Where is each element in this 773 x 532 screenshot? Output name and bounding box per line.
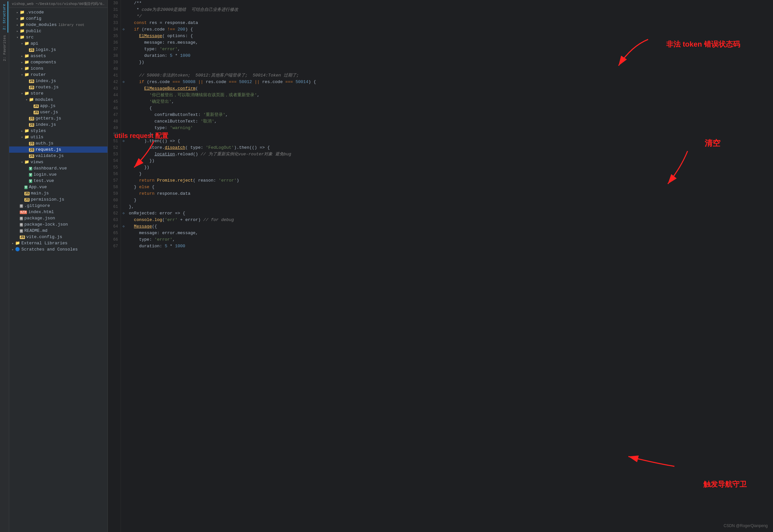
tree-item-store[interactable]: ▾📁store <box>9 90 107 97</box>
tree-item-app_vue[interactable]: VApp.vue <box>9 184 107 190</box>
tree-item-external_libs[interactable]: ▸📁External Libraries <box>9 240 107 246</box>
tree-item-node_modules[interactable]: ▸📁node_moduleslibrary root <box>9 22 107 28</box>
tree-item-icons[interactable]: ▸📁icons <box>9 65 107 72</box>
tab-favorites[interactable]: 2: Favorites <box>1 33 8 64</box>
tree-item-utils[interactable]: ▾📁utils <box>9 134 107 140</box>
tree-item-readme_md[interactable]: ⚙README.md <box>9 228 107 234</box>
sidebar-header: vishop_web ~/Desktop/cc/vishop/00项目代码/00… <box>9 0 107 8</box>
tree-item-app_js[interactable]: JSapp.js <box>9 103 107 109</box>
tree-item-api[interactable]: ▾📁api <box>9 40 107 47</box>
tree-item-routes_js[interactable]: JSroutes.js <box>9 84 107 90</box>
tree-item-index_js[interactable]: JSindex.js <box>9 78 107 84</box>
line-numbers: 3031323334353637383940414243444546474849… <box>108 0 121 532</box>
tree-item-login_js[interactable]: JSlogin.js <box>9 47 107 53</box>
tree-item-getters_js[interactable]: JSgetters.js <box>9 115 107 122</box>
tree-item-index_html[interactable]: </>index.html <box>9 209 107 215</box>
tree-item-package_lock_json[interactable]: ⚙package-lock.json <box>9 221 107 228</box>
tree-item-user_js[interactable]: JSuser.js <box>9 109 107 115</box>
tree-item-public[interactable]: ▸📁public <box>9 28 107 34</box>
tree-item-store_index_js[interactable]: JSindex.js <box>9 122 107 128</box>
tree-item-gitignore[interactable]: ⚙.gitignore <box>9 203 107 209</box>
tree-item-request_js[interactable]: JSrequest.js <box>9 146 107 153</box>
tree-item-modules[interactable]: ▾📁modules <box>9 97 107 103</box>
tree-item-config[interactable]: ▸📁config <box>9 15 107 22</box>
credit-text: CSDN @RogerQianpeng <box>724 523 768 528</box>
file-tree: ▸📁.vscode▸📁config▸📁node_moduleslibrary r… <box>9 8 107 532</box>
tree-item-permission_js[interactable]: JSpermission.js <box>9 196 107 203</box>
tree-item-validate_js[interactable]: JSvalidate.js <box>9 153 107 159</box>
tree-item-test_vue[interactable]: Vtest.vue <box>9 178 107 184</box>
tree-item-router[interactable]: ▾📁router <box>9 72 107 78</box>
tree-item-scratches[interactable]: ▸🔵Scratches and Consoles <box>9 246 107 253</box>
tab-structure[interactable]: 2: Structure <box>1 1 8 33</box>
tree-item-dashboard_vue[interactable]: Vdashboard.vue <box>9 165 107 171</box>
tree-item-views[interactable]: ▾📁views <box>9 159 107 165</box>
tree-item-auth_js[interactable]: JSauth.js <box>9 140 107 146</box>
tree-item-vite_config_js[interactable]: JSvite.config.js <box>9 234 107 240</box>
tree-item-assets[interactable]: ▸📁assets <box>9 53 107 59</box>
tree-item-package_json[interactable]: ⚙package.json <box>9 215 107 221</box>
tree-item-vscode[interactable]: ▸📁.vscode <box>9 9 107 15</box>
file-tree-sidebar: vishop_web ~/Desktop/cc/vishop/00项目代码/00… <box>9 0 108 532</box>
code-editor[interactable]: 3031323334353637383940414243444546474849… <box>108 0 773 532</box>
tree-item-login_vue[interactable]: Vlogin.vue <box>9 171 107 178</box>
tree-item-main_js[interactable]: JSmain.js <box>9 190 107 196</box>
left-tabs: 2: Structure 2: Favorites <box>0 0 9 532</box>
code-lines: /** * code为非20000是抛错 可结合自己业务进行修改 */ cons… <box>126 0 773 532</box>
tree-item-styles[interactable]: ▸📁styles <box>9 128 107 134</box>
gutter: ◇◇◇◇◇ <box>121 0 126 532</box>
tree-item-components[interactable]: ▸📁components <box>9 59 107 65</box>
tree-item-src[interactable]: ▾📁src <box>9 34 107 40</box>
